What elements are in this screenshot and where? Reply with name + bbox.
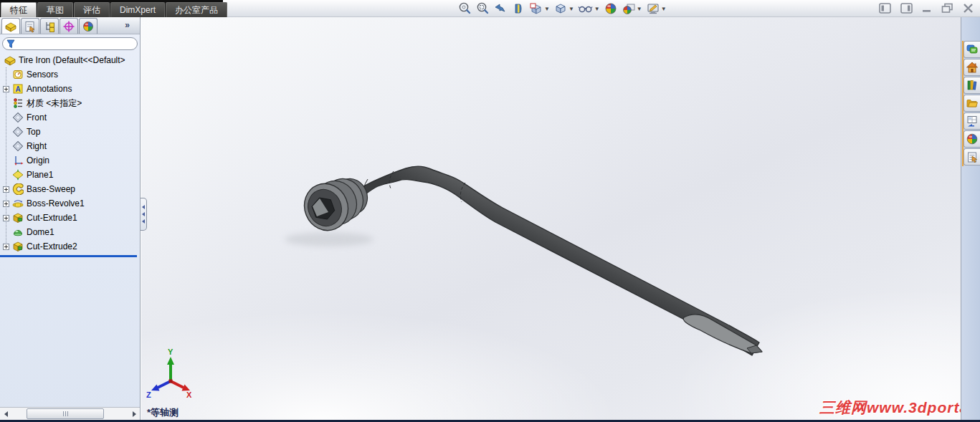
view-palette-tab[interactable] (964, 112, 980, 130)
chevron-down-icon: ▼ (661, 6, 667, 12)
featuremanager-panel: » Tire Iron (Default<<Default> Se (0, 17, 141, 420)
expand-toggle-icon[interactable] (3, 201, 9, 207)
tab-sketch[interactable]: 草图 (37, 2, 73, 17)
hide-show-items-icon (578, 1, 594, 16)
tree-item-top-plane[interactable]: Top (0, 125, 140, 139)
displaymanager-icon (82, 20, 95, 33)
custom-properties-icon (966, 150, 979, 163)
tree-filter[interactable] (2, 37, 138, 50)
headsup-view-toolbar: ▼ ▼ ▼ (456, 1, 668, 16)
home-icon (966, 61, 979, 74)
appearances-ball-icon (966, 133, 979, 145)
origin-icon (12, 155, 24, 166)
tab-dimxpertmanager[interactable] (60, 18, 78, 34)
panel-splitter-handle[interactable] (141, 198, 147, 231)
apply-scene-button[interactable]: ▼ (620, 1, 644, 16)
design-library-tab[interactable] (964, 77, 980, 94)
section-view-icon (511, 1, 525, 16)
zoom-to-area-icon (475, 1, 490, 16)
zoom-to-fit-icon (457, 1, 472, 16)
view-settings-button[interactable]: ▼ (644, 1, 668, 16)
graphics-viewport[interactable]: Y X Z *等轴测 三维网www.3dportal.cn (141, 17, 961, 420)
tree-item-cut-extrude2[interactable]: Cut-Extrude2 (0, 239, 140, 254)
tab-overflow-chevron[interactable]: » (125, 20, 130, 30)
tree-root-item[interactable]: Tire Iron (Default<<Default> (0, 53, 140, 67)
top-toolbar: 特征 草图 评估 DimXpert 办公室产品 (0, 0, 980, 17)
tab-featuremanager-design-tree[interactable] (1, 18, 20, 34)
expand-toggle-icon[interactable] (3, 215, 9, 221)
tab-configurationmanager[interactable] (40, 18, 59, 34)
feature-tree: Tire Iron (Default<<Default> Sensors A A… (0, 52, 140, 257)
panel-horizontal-scrollbar[interactable] (0, 407, 140, 420)
zoom-to-fit-button[interactable] (456, 1, 473, 16)
revolve-icon (12, 198, 24, 209)
scrollbar-thumb[interactable] (27, 408, 104, 419)
tire-iron-model[interactable]: Y X Z (141, 17, 961, 420)
minimize-button[interactable] (922, 3, 932, 14)
zoom-to-area-button[interactable] (474, 1, 491, 16)
display-style-button[interactable]: ▼ (552, 1, 576, 16)
tree-item-base-sweep[interactable]: Base-Sweep (0, 182, 140, 196)
propertymanager-icon (24, 20, 37, 33)
restore-button[interactable] (941, 3, 953, 14)
design-library-icon (966, 79, 979, 92)
cut-extrude-icon (12, 212, 24, 224)
manager-tab-strip: » (0, 17, 140, 34)
section-view-button[interactable] (510, 1, 527, 16)
tree-item-origin[interactable]: Origin (0, 153, 140, 168)
tree-filter-input[interactable] (16, 39, 134, 49)
scroll-right-button[interactable] (128, 408, 140, 420)
tree-item-annotations[interactable]: A Annotations (0, 82, 140, 96)
scroll-left-button[interactable] (0, 408, 11, 420)
appearances-scenes-tab[interactable] (964, 130, 980, 148)
expand-toggle-icon[interactable] (3, 86, 9, 92)
tab-office-products[interactable]: 办公室产品 (166, 2, 227, 17)
tree-item-front-plane[interactable]: Front (0, 110, 140, 125)
triad-y-label: Y (168, 347, 173, 356)
material-icon (12, 97, 24, 109)
hide-show-items-button[interactable]: ▼ (576, 1, 601, 16)
collapse-left-pane-button[interactable] (879, 3, 891, 14)
collapse-right-pane-button[interactable] (900, 3, 913, 14)
tree-item-right-plane[interactable]: Right (0, 139, 140, 153)
file-explorer-tab[interactable] (964, 95, 980, 112)
tab-features[interactable]: 特征 (1, 2, 37, 17)
tree-item-sensors[interactable]: Sensors (0, 67, 140, 82)
previous-view-button[interactable] (492, 1, 509, 16)
folder-icon (966, 97, 979, 110)
scrollbar-track[interactable] (12, 408, 128, 419)
view-settings-icon (646, 1, 660, 16)
tree-item-boss-revolve1[interactable]: Boss-Revolve1 (0, 196, 140, 211)
tab-displaymanager[interactable] (79, 18, 97, 34)
tab-propertymanager[interactable] (21, 18, 39, 34)
expand-toggle-icon[interactable] (3, 244, 9, 250)
plane-icon (12, 169, 24, 181)
tree-item-dome1[interactable]: Dome1 (0, 225, 140, 239)
solidworks-resources-tab[interactable] (964, 59, 980, 76)
apply-scene-icon (622, 1, 636, 16)
tree-item-cut-extrude1[interactable]: Cut-Extrude1 (0, 211, 140, 225)
tree-item-material[interactable]: 材质 <未指定> (0, 96, 140, 110)
sweep-icon (12, 183, 24, 195)
sensors-icon (12, 69, 24, 80)
close-button[interactable] (963, 3, 974, 14)
window-controls (879, 3, 974, 14)
tab-dimxpert[interactable]: DimXpert (110, 2, 165, 17)
forum-tab[interactable] (964, 41, 980, 58)
rollback-bar[interactable] (0, 255, 137, 257)
chevron-down-icon: ▼ (637, 6, 642, 12)
reference-plane-icon (12, 112, 24, 123)
annotations-icon: A (12, 83, 24, 95)
configurationmanager-icon (43, 20, 56, 33)
reference-plane-icon (12, 126, 24, 138)
dome-icon (12, 226, 24, 238)
view-orientation-button[interactable]: ▼ (528, 1, 551, 16)
tire-iron-socket-head[interactable] (298, 173, 373, 236)
filter-funnel-icon (6, 39, 16, 49)
expand-toggle-icon[interactable] (3, 186, 9, 193)
svg-text:A: A (15, 85, 20, 93)
custom-properties-tab[interactable] (964, 148, 980, 166)
tree-item-plane1[interactable]: Plane1 (0, 168, 140, 182)
edit-appearance-button[interactable] (602, 1, 619, 16)
tab-evaluate[interactable]: 评估 (74, 2, 110, 17)
